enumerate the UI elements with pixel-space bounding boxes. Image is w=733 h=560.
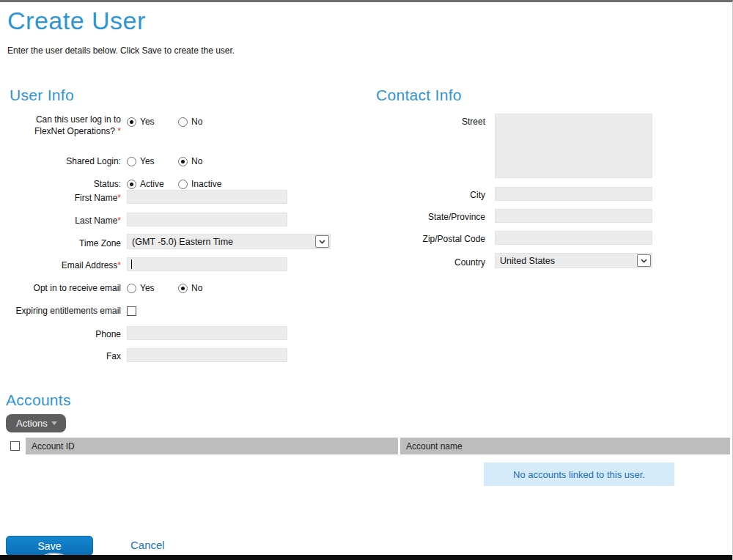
country-selected-value: United States bbox=[496, 256, 555, 266]
shared-login-yes-option[interactable]: Yes bbox=[127, 156, 178, 166]
status-radio-group: Active Inactive bbox=[127, 179, 229, 189]
expiring-entitlements-label: Expiring entitlements email bbox=[7, 305, 121, 317]
fax-label: Fax bbox=[7, 350, 121, 362]
accounts-heading: Accounts bbox=[6, 391, 71, 409]
time-zone-select[interactable]: (GMT -5.0) Eastern Time bbox=[127, 234, 331, 249]
actions-button[interactable]: Actions bbox=[6, 414, 66, 432]
bottom-bar bbox=[0, 555, 732, 560]
street-label: Street bbox=[376, 116, 485, 128]
radio-unchecked-icon[interactable] bbox=[127, 284, 136, 293]
page-subtitle: Enter the user details below. Click Save… bbox=[7, 45, 235, 56]
login-question-label: Can this user log in to FlexNet Operatio… bbox=[7, 114, 121, 137]
last-name-row: Last Name* bbox=[7, 213, 361, 226]
select-all-cell bbox=[6, 438, 23, 454]
page-title: Create User bbox=[7, 7, 146, 35]
radio-checked-icon[interactable] bbox=[127, 117, 136, 127]
required-asterisk: * bbox=[117, 193, 121, 203]
country-select[interactable]: United States bbox=[495, 253, 652, 268]
create-user-page: Create User Enter the user details below… bbox=[0, 0, 733, 560]
street-row: Street bbox=[376, 114, 729, 178]
no-accounts-message: No accounts linked to this user. bbox=[484, 463, 674, 486]
expiring-entitlements-checkbox[interactable] bbox=[127, 306, 136, 316]
radio-unchecked-icon[interactable] bbox=[178, 117, 188, 127]
state-province-label: State/Province bbox=[376, 211, 485, 223]
state-province-input[interactable] bbox=[495, 209, 652, 223]
time-zone-label: Time Zone bbox=[7, 237, 121, 249]
zip-postal-row: Zip/Postal Code bbox=[376, 231, 729, 245]
time-zone-row: Time Zone (GMT -5.0) Eastern Time bbox=[7, 234, 361, 249]
first-name-input[interactable] bbox=[127, 190, 287, 204]
country-row: Country United States bbox=[376, 253, 729, 268]
street-textarea[interactable] bbox=[495, 114, 652, 178]
shared-login-row: Shared Login: Yes No bbox=[7, 155, 361, 167]
country-label: Country bbox=[376, 257, 485, 268]
required-asterisk: * bbox=[117, 215, 121, 226]
phone-input[interactable] bbox=[127, 326, 287, 340]
opt-in-yes-option[interactable]: Yes bbox=[127, 283, 178, 293]
radio-checked-icon[interactable] bbox=[127, 180, 136, 189]
city-label: City bbox=[376, 189, 485, 201]
last-name-label: Last Name* bbox=[7, 215, 121, 226]
first-name-row: First Name* bbox=[7, 190, 361, 204]
status-active-option[interactable]: Active bbox=[127, 179, 178, 189]
cancel-link[interactable]: Cancel bbox=[130, 539, 165, 551]
shared-login-label: Shared Login: bbox=[7, 155, 121, 167]
last-name-input[interactable] bbox=[127, 213, 287, 226]
radio-unchecked-icon[interactable] bbox=[127, 157, 136, 166]
shared-login-radio-group: Yes No bbox=[127, 156, 229, 166]
phone-label: Phone bbox=[7, 328, 121, 340]
radio-checked-icon[interactable] bbox=[178, 157, 188, 166]
opt-in-no-option[interactable]: No bbox=[178, 283, 229, 293]
zip-postal-label: Zip/Postal Code bbox=[376, 233, 485, 245]
user-info-heading: User Info bbox=[10, 86, 74, 104]
status-inactive-option[interactable]: Inactive bbox=[178, 179, 229, 189]
email-input[interactable] bbox=[127, 257, 287, 271]
city-row: City bbox=[376, 187, 729, 201]
caret-down-icon bbox=[51, 421, 57, 425]
status-row: Status: Active Inactive bbox=[7, 178, 361, 190]
accounts-table-header: Account ID Account name bbox=[6, 438, 730, 454]
login-radio-group: Yes No bbox=[127, 117, 229, 127]
chevron-down-icon[interactable] bbox=[315, 235, 329, 248]
zip-postal-input[interactable] bbox=[495, 231, 652, 245]
status-label: Status: bbox=[7, 178, 121, 190]
phone-row: Phone bbox=[7, 326, 361, 340]
login-no-option[interactable]: No bbox=[178, 117, 229, 127]
login-yes-option[interactable]: Yes bbox=[127, 117, 178, 127]
email-label: Email Address* bbox=[7, 259, 121, 271]
email-row: Email Address* bbox=[7, 257, 361, 271]
expiring-entitlements-row: Expiring entitlements email bbox=[7, 305, 361, 317]
city-input[interactable] bbox=[495, 187, 652, 201]
select-all-checkbox[interactable] bbox=[10, 441, 20, 451]
radio-checked-icon[interactable] bbox=[178, 284, 188, 293]
chevron-down-icon[interactable] bbox=[637, 254, 651, 267]
fax-input[interactable] bbox=[127, 348, 287, 362]
state-province-row: State/Province bbox=[376, 209, 729, 223]
opt-in-row: Opt in to receive email Yes No bbox=[7, 282, 361, 294]
opt-in-radio-group: Yes No bbox=[127, 283, 229, 293]
contact-info-heading: Contact Info bbox=[376, 86, 462, 104]
column-header-account-id: Account ID bbox=[26, 438, 398, 454]
first-name-label: First Name* bbox=[7, 192, 121, 204]
required-asterisk: * bbox=[117, 260, 121, 270]
required-asterisk: * bbox=[117, 126, 121, 136]
shared-login-no-option[interactable]: No bbox=[178, 156, 229, 166]
radio-unchecked-icon[interactable] bbox=[178, 180, 188, 189]
fax-row: Fax bbox=[7, 348, 361, 362]
text-caret bbox=[131, 259, 132, 269]
opt-in-label: Opt in to receive email bbox=[7, 282, 121, 294]
column-header-account-name: Account name bbox=[400, 438, 730, 454]
time-zone-selected-value: (GMT -5.0) Eastern Time bbox=[128, 237, 233, 247]
login-question-row: Can this user log in to FlexNet Operatio… bbox=[7, 114, 361, 137]
